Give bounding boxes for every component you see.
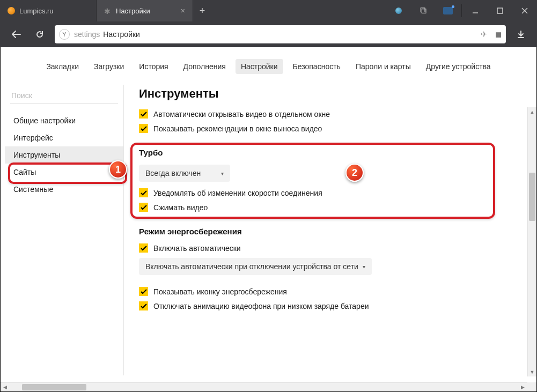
sidebar: Общие настройки Интерфейс Инструменты Са… [5,85,124,375]
chevron-down-icon: ▾ [363,264,365,270]
annotation-badge-1: 1 [109,160,127,179]
svg-rect-1 [497,8,503,13]
settings-nav: Закладки Загрузки История Дополнения Нас… [5,59,532,74]
chevron-down-icon: ▾ [221,171,224,176]
checkbox-icon[interactable] [139,124,148,133]
check-label: Показывать рекомендации в окне выноса ви… [153,124,322,133]
address-page: Настройки [103,30,140,39]
main-panel: Инструменты Автоматически открывать виде… [124,85,532,375]
check-label: Сжимать видео [153,203,208,212]
sidebar-item-sites[interactable]: Сайты [5,164,123,181]
check-label: Уведомлять об изменении скорости соедине… [153,189,322,197]
search-input[interactable] [10,88,118,103]
nav-devices[interactable]: Другие устройства [421,59,496,74]
scroll-down-icon[interactable]: ▼ [528,367,536,376]
favicon-icon [8,7,15,14]
yandex-icon: Y [59,29,70,40]
back-button[interactable] [4,25,28,44]
nav-security[interactable]: Безопасность [288,59,346,74]
extensions-button[interactable] [436,0,460,21]
bookmark-icon[interactable]: ◼ [495,29,502,39]
check-energy-icon[interactable]: Показывать иконку энергосбережения [139,287,521,296]
scroll-up-icon[interactable]: ▲ [528,107,536,116]
checkbox-icon[interactable] [139,287,148,296]
checkbox-icon[interactable] [139,109,148,119]
address-bar[interactable]: Y settings Настройки ✈ ◼ [55,25,506,43]
section-title: Турбо [139,148,521,157]
tab-title: Lumpics.ru [19,7,54,15]
profile-button[interactable] [386,0,411,21]
sidebar-item-tools[interactable]: Инструменты [5,146,123,164]
checkbox-icon[interactable] [139,203,148,212]
titlebar: Lumpics.ru ✱ Настройки × + ⧉ [0,0,537,21]
turbo-mode-select[interactable]: Всегда включен ▾ [139,165,230,182]
content-area: Закладки Загрузки История Дополнения Нас… [0,47,537,392]
check-auto-open-video[interactable]: Автоматически открывать видео в отдельно… [139,109,521,119]
tab-title: Настройки [116,7,150,15]
check-label: Показывать иконку энергосбережения [153,287,287,296]
scroll-right-icon[interactable]: ▶ [518,383,527,391]
scroll-thumb[interactable] [22,384,86,390]
section-title: Режим энергосбережения [139,227,521,236]
select-value: Всегда включен [145,169,201,177]
reload-button[interactable] [28,25,52,44]
nav-settings[interactable]: Настройки [236,59,283,74]
sidebar-item-system[interactable]: Системные [5,181,123,198]
tab-close-icon[interactable]: × [181,6,185,15]
maximize-button[interactable] [488,0,512,21]
reader-button[interactable]: ⧉ [411,0,436,21]
vertical-scrollbar[interactable]: ▲ ▼ [527,107,536,376]
section-energy: Режим энергосбережения Включать автомати… [139,227,521,310]
checkbox-icon[interactable] [139,301,148,310]
annotation-badge-2: 2 [345,164,364,182]
navbar: Y settings Настройки ✈ ◼ [0,21,537,47]
check-turbo-compress[interactable]: Сжимать видео [139,203,521,212]
scroll-thumb[interactable] [529,173,535,221]
check-label: Автоматически открывать видео в отдельно… [153,110,330,119]
nav-history[interactable]: История [134,59,173,74]
check-turbo-notify[interactable]: Уведомлять об изменении скорости соедине… [139,188,521,197]
checkbox-icon[interactable] [139,243,148,253]
window-controls: ⧉ [386,0,537,21]
new-tab-button[interactable]: + [193,0,211,21]
nav-bookmarks[interactable]: Закладки [41,59,84,74]
close-window-button[interactable] [512,0,537,21]
address-prefix: settings [74,30,100,39]
page-title: Инструменты [139,87,521,101]
check-energy-anim[interactable]: Отключать анимацию видеофона при низком … [139,301,521,310]
scroll-corner [527,382,536,391]
sidebar-search [10,88,118,103]
sidebar-item-general[interactable]: Общие настройки [5,112,123,129]
energy-mode-select[interactable]: Включать автоматически при отключении ус… [139,258,372,275]
select-value: Включать автоматически при отключении ус… [145,262,358,271]
gear-icon: ✱ [104,7,112,14]
checkbox-icon[interactable] [139,188,148,197]
horizontal-scrollbar[interactable]: ◀ ▶ [1,382,527,391]
tab-settings[interactable]: ✱ Настройки × [97,0,193,21]
tab-lumpics[interactable]: Lumpics.ru [0,0,97,21]
minimize-button[interactable] [463,0,488,21]
check-energy-auto[interactable]: Включать автоматически [139,243,521,253]
turbo-icon[interactable]: ✈ [481,29,488,39]
nav-addons[interactable]: Дополнения [178,59,231,74]
scroll-left-icon[interactable]: ◀ [1,383,10,391]
tab-strip: Lumpics.ru ✱ Настройки × + [0,0,386,21]
nav-downloads[interactable]: Загрузки [89,59,129,74]
sidebar-item-interface[interactable]: Интерфейс [5,129,123,146]
section-turbo: Турбо Всегда включен ▾ Уведомлять об изм… [139,148,521,212]
nav-passwords[interactable]: Пароли и карты [350,59,416,74]
check-label: Включать автоматически [153,244,241,253]
check-label: Отключать анимацию видеофона при низком … [153,302,369,310]
downloads-button[interactable] [509,25,533,44]
check-show-recs[interactable]: Показывать рекомендации в окне выноса ви… [139,124,521,133]
